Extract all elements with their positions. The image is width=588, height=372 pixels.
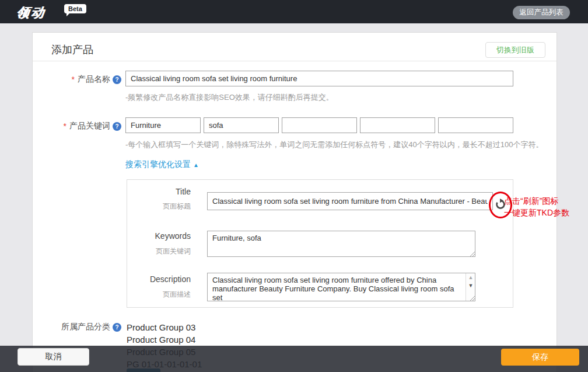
chevron-up-icon: ▲ [193,162,199,168]
seo-title-input[interactable] [207,192,493,210]
seo-toggle-label: 搜索引擎优化设置 [125,159,191,169]
seo-description-textarea[interactable] [207,273,475,301]
category-item: Product Group 04 [127,333,202,346]
seo-keywords-field-wrap [207,231,475,257]
seo-title-sublabel: 页面标题 [127,201,191,211]
keyword-input-2[interactable] [204,117,279,133]
seo-settings-toggle[interactable]: 搜索引擎优化设置 ▲ [125,159,199,170]
keyword-input-1[interactable] [125,117,201,133]
save-button[interactable]: 保存 [501,349,579,366]
page-title: 添加产品 [51,43,93,57]
category-label-row: 所属产品分类 ? [51,322,121,332]
header-divider [33,61,556,61]
required-asterisk: * [72,75,75,84]
back-to-product-list-button[interactable]: 返回产品列表 [513,6,570,19]
product-keywords-label-row: * 产品关键词 ? [51,121,121,131]
beta-badge: Beta [64,4,86,13]
help-icon[interactable]: ? [113,323,121,332]
seo-description-label: Description [127,274,191,284]
seo-keywords-sublabel: 页面关键词 [127,246,191,256]
annotation-line-1: 点击“刷新”图标 [504,196,558,207]
seo-keywords-textarea[interactable] [207,231,475,257]
switch-to-old-version-button[interactable]: 切换到旧版 [485,42,545,58]
seo-description-sublabel: 页面描述 [127,290,191,300]
product-name-label-row: * 产品名称 ? [51,74,121,85]
keyword-input-4[interactable] [360,117,435,133]
cancel-button[interactable]: 取消 [18,348,89,366]
topbar: 领动 Beta 返回产品列表 [0,0,588,23]
seo-title-label: Title [127,187,191,196]
keyword-input-3[interactable] [282,117,357,133]
help-icon[interactable]: ? [113,122,121,131]
keyword-input-5[interactable] [438,117,513,133]
app-logo: 领动 [15,4,47,22]
category-item: Product Group 03 [127,321,202,333]
product-name-hint: -频繁修改产品名称直接影响SEO效果，请仔细斟酌后再提交。 [125,92,334,103]
seo-keywords-label: Keywords [127,231,191,241]
seo-description-field-wrap: ▲ ▼ [207,273,475,301]
category-label: 所属产品分类 [61,322,110,332]
product-keywords-hint: -每个输入框填写一个关键词，除特殊写法外，单词之间无需添加任何标点符号，建议40… [125,140,543,150]
annotation-line-2: 一键更新TKD参数 [504,208,569,218]
product-name-input[interactable] [125,71,513,86]
keyword-inputs-row [125,117,513,133]
scroll-down-icon[interactable]: ▼ [466,281,475,290]
required-asterisk: * [64,121,66,131]
product-keywords-label: 产品关键词 [69,121,110,131]
scroll-up-icon[interactable]: ▲ [466,273,475,281]
help-icon[interactable]: ? [113,75,121,84]
product-name-label: 产品名称 [78,74,110,85]
